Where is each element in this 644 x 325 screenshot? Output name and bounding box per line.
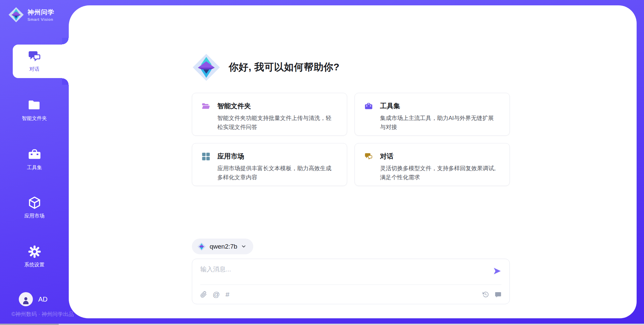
cube-icon <box>28 196 42 210</box>
chevron-down-icon <box>241 244 247 249</box>
sidebar-item-toolset[interactable]: 工具集 <box>0 147 69 171</box>
conversations-button[interactable] <box>495 291 501 298</box>
composer: @ # <box>192 259 510 304</box>
send-icon <box>493 267 501 275</box>
card-title: 智能文件夹 <box>217 102 251 111</box>
brand-name: 神州问学 <box>28 8 54 17</box>
card-chat[interactable]: 对话 灵活切换多模型文件，支持多样回复效果调试, 满足个性化需求 <box>355 143 510 186</box>
chat-bubble-icon <box>495 291 501 298</box>
avatar <box>19 292 33 306</box>
history-button[interactable] <box>482 291 489 298</box>
history-icon <box>482 291 489 298</box>
card-description: 智能文件夹功能支持批量文件上传与清洗，轻松实现文件问答 <box>217 114 337 132</box>
mention-button[interactable]: @ <box>213 290 220 299</box>
model-selector[interactable]: qwen2:7b <box>192 239 253 254</box>
tab-fillet-bottom <box>62 78 69 85</box>
hash-icon: # <box>225 290 229 299</box>
card-title: 工具集 <box>380 102 400 111</box>
user-profile[interactable]: AD <box>19 292 48 306</box>
greeting-title: 你好, 我可以如何帮助你? <box>229 61 339 74</box>
card-smart-folder[interactable]: 智能文件夹 智能文件夹功能支持批量文件上传与清洗，轻松实现文件问答 <box>192 93 347 136</box>
topic-button[interactable]: # <box>225 290 229 299</box>
assistant-logo-icon <box>192 53 221 82</box>
main-panel: 你好, 我可以如何帮助你? 智能文件夹 智能文件夹功能支持批量文件上传与清洗，轻… <box>69 5 637 318</box>
chat-icon <box>364 152 373 161</box>
brand: 神州问学 Smart Vision <box>8 7 54 23</box>
sidebar-item-label: 应用市场 <box>24 213 45 219</box>
at-icon: @ <box>213 290 220 299</box>
sidebar-item-label: 工具集 <box>27 165 42 171</box>
person-icon <box>21 296 30 305</box>
gear-icon <box>28 245 42 259</box>
send-button[interactable] <box>492 266 502 276</box>
sidebar-item-label: 对话 <box>30 66 40 72</box>
card-description: 灵活切换多模型文件，支持多样回复效果调试, 满足个性化需求 <box>380 164 499 182</box>
toolbox-icon <box>364 102 373 111</box>
greeting: 你好, 我可以如何帮助你? <box>192 53 339 82</box>
chat-icon <box>28 49 42 63</box>
sidebar: 神州问学 Smart Vision 对话 智能文件夹 <box>0 0 69 325</box>
card-title: 对话 <box>380 152 393 161</box>
composer-toolbar: @ # <box>200 285 501 304</box>
content: 你好, 我可以如何帮助你? 智能文件夹 智能文件夹功能支持批量文件上传与清洗，轻… <box>192 53 510 308</box>
sidebar-item-label: 智能文件夹 <box>22 115 47 122</box>
sidebar-item-smart-folder[interactable]: 智能文件夹 <box>0 98 69 122</box>
folder-open-icon <box>202 102 210 111</box>
model-logo-icon <box>197 242 206 251</box>
card-description: 集成市场上主流工具，助力AI与外界无缝扩展与对接 <box>380 114 499 132</box>
message-input[interactable] <box>200 265 489 282</box>
brand-logo-icon <box>8 7 24 23</box>
app-window: 神州问学 Smart Vision 对话 智能文件夹 <box>0 0 644 325</box>
tab-fillet-top <box>62 38 69 45</box>
grid-icon <box>202 152 210 161</box>
copyright-text: ©神州数码 · 神州问学出品 <box>11 311 74 318</box>
card-title: 应用市场 <box>217 152 244 161</box>
sidebar-item-label: 系统设置 <box>24 262 45 268</box>
attach-button[interactable] <box>200 291 207 298</box>
sidebar-item-chat[interactable]: 对话 <box>0 49 69 72</box>
model-name: qwen2:7b <box>210 243 237 250</box>
brand-subtitle: Smart Vision <box>28 17 54 21</box>
sidebar-item-app-market[interactable]: 应用市场 <box>0 196 69 219</box>
card-toolset[interactable]: 工具集 集成市场上主流工具，助力AI与外界无缝扩展与对接 <box>355 93 510 136</box>
sidebar-item-settings[interactable]: 系统设置 <box>0 245 69 268</box>
paperclip-icon <box>200 291 207 298</box>
user-name: AD <box>38 296 48 303</box>
feature-cards: 智能文件夹 智能文件夹功能支持批量文件上传与清洗，轻松实现文件问答 工具集 <box>192 93 510 186</box>
scrollbar-strip[interactable] <box>0 324 644 325</box>
folder-icon <box>28 98 42 112</box>
toolbox-icon <box>28 147 42 161</box>
card-description: 应用市场提供丰富长文本模板，助力高效生成多样化文章内容 <box>217 164 337 182</box>
card-app-market[interactable]: 应用市场 应用市场提供丰富长文本模板，助力高效生成多样化文章内容 <box>192 143 347 186</box>
